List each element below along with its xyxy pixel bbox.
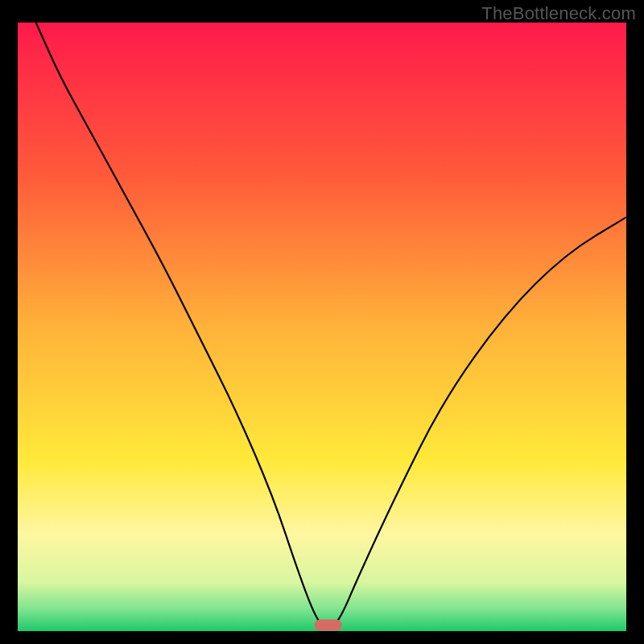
plot-background bbox=[18, 23, 626, 631]
plot-svg bbox=[18, 23, 626, 631]
chart-frame: TheBottleneck.com bbox=[0, 0, 644, 644]
bottleneck-plot bbox=[18, 23, 626, 631]
min-marker bbox=[315, 619, 342, 630]
watermark-text: TheBottleneck.com bbox=[481, 3, 636, 24]
